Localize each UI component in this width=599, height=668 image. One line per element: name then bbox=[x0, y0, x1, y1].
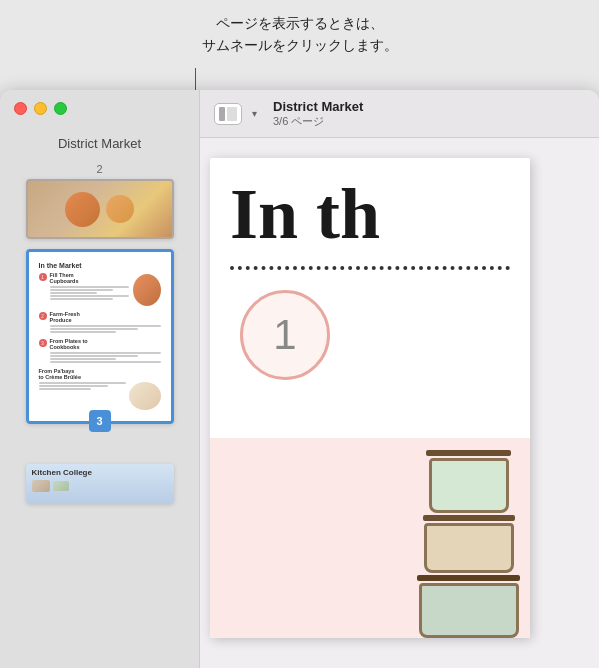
tooltip-line2: サムネールをクリックします。 bbox=[202, 34, 398, 56]
page-circle-number: 1 bbox=[240, 290, 330, 380]
thumbnail-sidebar: District Market 2 In the Market 1 bbox=[0, 90, 200, 668]
jar-1 bbox=[429, 458, 509, 513]
page-preview-area: In th 1 bbox=[200, 138, 599, 668]
jar-stack bbox=[417, 450, 520, 638]
page-2-thumbnail-card[interactable] bbox=[26, 179, 174, 239]
tooltip-line1: ページを表示するときは、 bbox=[202, 12, 398, 34]
close-button[interactable] bbox=[14, 102, 27, 115]
thumb-section4-title: From Pa'baysto Crème Brûlée bbox=[39, 368, 161, 380]
sidebar-icon-content bbox=[227, 107, 237, 121]
thumb-num-2: 2 bbox=[39, 312, 47, 320]
page-2-number: 2 bbox=[96, 163, 102, 175]
document-title: District Market bbox=[273, 99, 363, 114]
page-divider-dots bbox=[230, 266, 510, 270]
tooltip-container: ページを表示するときは、 サムネールをクリックします。 bbox=[0, 0, 599, 100]
thumb-section3-title: From Plates toCookbooks bbox=[50, 338, 161, 350]
thumbnail-page-2[interactable]: 2 bbox=[20, 163, 180, 239]
maximize-button[interactable] bbox=[54, 102, 67, 115]
minimize-button[interactable] bbox=[34, 102, 47, 115]
jar-2 bbox=[424, 523, 514, 573]
thumbnail-kitchen-college[interactable]: Kitchen College bbox=[26, 464, 174, 504]
page-illustration bbox=[330, 458, 530, 638]
window-controls bbox=[14, 102, 67, 115]
thumb-in-the-market-title: In the Market bbox=[39, 262, 161, 269]
kitchen-college-title: Kitchen College bbox=[32, 468, 92, 477]
app-window: District Market 2 In the Market 1 bbox=[0, 90, 599, 668]
thumb-num-3: 3 bbox=[39, 339, 47, 347]
page-3-thumbnail-card[interactable]: In the Market 1 Fill ThemCupboards bbox=[26, 249, 174, 424]
sidebar-doc-title: District Market bbox=[58, 136, 141, 151]
document-info: District Market 3/6 ページ bbox=[273, 99, 363, 129]
thumb-section2-title: Farm-FreshProduce bbox=[50, 311, 161, 323]
page-3-badge: 3 bbox=[89, 410, 111, 432]
view-options-chevron[interactable]: ▾ bbox=[252, 108, 257, 119]
tooltip-text: ページを表示するときは、 サムネールをクリックします。 bbox=[202, 12, 398, 57]
jar-lid-3 bbox=[417, 575, 520, 581]
document-page-indicator: 3/6 ページ bbox=[273, 114, 363, 129]
jar-lid-top bbox=[426, 450, 511, 456]
sidebar-toggle-button[interactable] bbox=[214, 103, 242, 125]
main-content-area: ▾ District Market 3/6 ページ In th 1 bbox=[200, 90, 599, 668]
thumb-section1-title: Fill ThemCupboards bbox=[50, 272, 129, 284]
page-heading: In th bbox=[210, 158, 530, 250]
thumbnail-page-3[interactable]: In the Market 1 Fill ThemCupboards bbox=[20, 249, 180, 424]
document-page: In th 1 bbox=[210, 158, 530, 638]
thumb-num-1: 1 bbox=[39, 273, 47, 281]
sidebar-icon-panel bbox=[219, 107, 225, 121]
jar-3 bbox=[419, 583, 519, 638]
jar-lid-2 bbox=[423, 515, 515, 521]
